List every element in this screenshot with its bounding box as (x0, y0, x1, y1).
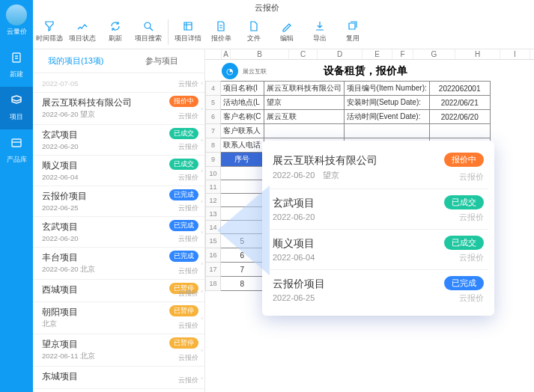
col-head[interactable]: A (222, 49, 231, 59)
project-item[interactable]: 顺义项目2022-06-04已成交云报价› (33, 156, 204, 186)
pop-meta: 2022-06-04 (273, 253, 485, 262)
row-num[interactable]: 9 (206, 153, 221, 167)
toolbar-文件[interactable]: 文件 (237, 20, 270, 43)
project-item[interactable]: 玄武项目2022-06-20已成交云报价› (33, 125, 204, 156)
row-num[interactable]: 5 (206, 96, 221, 110)
window-title: 云报价 (0, 2, 534, 13)
project-app: 云报价 (178, 353, 198, 363)
toolbar-导出[interactable]: 导出 (303, 20, 336, 43)
chevron-right-icon: › (201, 287, 203, 294)
project-item[interactable]: 朝阳项目 北京已暂停云报价› (33, 302, 204, 334)
row-num[interactable]: 4 (206, 82, 221, 96)
pop-badge: 已完成 (444, 276, 484, 290)
popover-item[interactable]: 玄武项目2022-06-20已成交云报价 (268, 189, 488, 230)
project-meta: 2022-06-20 (42, 234, 197, 242)
chevron-right-icon: › (201, 137, 203, 144)
project-item[interactable]: 玄武项目2022-06-20已完成云报价› (33, 217, 204, 248)
chevron-right-icon: › (201, 79, 203, 86)
pop-app: 云报价 (459, 171, 484, 183)
col-head[interactable]: C (289, 49, 318, 59)
toolbar-项目状态[interactable]: 项目状态 (66, 20, 99, 43)
sheet-logo: ◔ (222, 63, 238, 79)
project-panel: 我的项目(13项) 参与项目 2022-07-05云报价›展云互联科技有限公司2… (33, 49, 205, 392)
pop-meta: 2022-06-20 (273, 212, 485, 221)
chevron-right-icon: › (201, 347, 203, 354)
pop-meta: 2022-06-20 望京 (273, 170, 485, 181)
project-item[interactable]: 东城项目云报价› (33, 367, 204, 389)
pop-badge: 报价中 (444, 153, 484, 167)
nav-rail: 云量价 新建 项目 产品库 (0, 0, 33, 392)
col-head[interactable]: G (413, 49, 455, 59)
popover-item[interactable]: 展云互联科技有限公司2022-06-20 望京报价中云报价 (268, 147, 488, 189)
row-num[interactable]: 18 (206, 277, 221, 291)
svg-rect-0 (13, 53, 20, 62)
sheet-header: ◔ 展云互联 设备租赁，报价单 (205, 60, 534, 81)
status-badge: 已暂停 (169, 305, 198, 316)
project-tabs: 我的项目(13项) 参与项目 (33, 49, 204, 73)
nav-product[interactable]: 产品库 (0, 129, 33, 172)
project-list: 2022-07-05云报价›展云互联科技有限公司2022-06-20 望京报价中… (33, 73, 204, 392)
chevron-right-icon: › (201, 315, 203, 322)
popover-item[interactable]: 顺义项目2022-06-04已成交云报价 (268, 230, 488, 270)
chevron-right-icon: › (201, 168, 203, 174)
pop-app: 云报价 (459, 252, 484, 263)
status-badge: 已暂停 (169, 337, 198, 349)
row-num[interactable]: 7 (206, 124, 221, 138)
toolbar-刷新[interactable]: 刷新 (99, 20, 132, 43)
popover-item[interactable]: 云报价项目2022-06-25已完成云报价 (268, 270, 488, 310)
col-head[interactable]: F (392, 49, 413, 59)
row-num[interactable]: 10 (206, 167, 221, 180)
sheet-title: 设备租赁，报价单 (324, 64, 407, 78)
toolbar-报价单[interactable]: 报价单 (204, 20, 237, 43)
tab-mine[interactable]: 我的项目(13项) (33, 49, 119, 73)
col-head[interactable]: H (455, 49, 500, 59)
col-head[interactable]: B (231, 49, 289, 59)
svg-rect-1 (12, 139, 21, 147)
chevron-right-icon: › (201, 260, 203, 267)
project-app: 云报价 (178, 234, 198, 244)
project-meta: 2022-06-04 (42, 173, 197, 181)
toolbar-复用[interactable]: 复用 (336, 20, 369, 43)
toolbar-时间筛选[interactable]: 时间筛选 (33, 20, 66, 43)
row-num[interactable]: 6 (206, 110, 221, 124)
project-item[interactable]: 望京项目2022-06-11 北京已暂停云报价› (33, 334, 204, 367)
pop-meta: 2022-06-25 (273, 293, 485, 302)
chevron-right-icon: › (201, 198, 203, 205)
status-badge: 报价中 (169, 96, 198, 107)
tab-joined[interactable]: 参与项目 (119, 49, 205, 73)
project-app: 云报价 (178, 376, 198, 385)
toolbar-项目详情[interactable]: 项目详情 (172, 20, 204, 43)
nav-project[interactable]: 项目 (0, 87, 33, 129)
project-item[interactable]: 展云互联科技有限公司2022-06-20 望京报价中云报价› (33, 93, 204, 125)
project-app: 云报价 (178, 111, 198, 121)
project-app: 云报价 (178, 289, 198, 298)
status-badge: 已成交 (169, 128, 198, 139)
pop-badge: 已成交 (444, 195, 484, 209)
project-item[interactable]: 云报价项目2022-06-25已完成云报价› (33, 186, 204, 217)
col-head[interactable]: D (318, 49, 362, 59)
popover-arrow (217, 186, 270, 275)
project-meta: 2022-06-20 (42, 142, 197, 150)
chevron-right-icon: › (201, 105, 203, 112)
project-meta: 2022-06-25 (42, 203, 197, 212)
nav-new[interactable]: 新建 (0, 44, 33, 87)
toolbar-编辑[interactable]: 编辑 (270, 20, 303, 43)
toolbar-项目搜索[interactable]: 项目搜索 (132, 20, 165, 43)
project-meta: 北京 (42, 319, 197, 329)
col-head[interactable]: E (362, 49, 392, 59)
popover: 展云互联科技有限公司2022-06-20 望京报价中云报价玄武项目2022-06… (262, 141, 494, 316)
project-meta: 2022-07-05 (42, 79, 197, 88)
status-badge: 已完成 (169, 189, 198, 200)
project-item[interactable]: 2022-07-05云报价› (33, 73, 204, 93)
project-app: 云报价 (178, 321, 198, 331)
project-item[interactable]: 西城项目已暂停云报价› (33, 280, 204, 302)
chevron-right-icon: › (201, 374, 203, 381)
project-app: 云报价 (178, 266, 198, 276)
pop-badge: 已成交 (444, 236, 484, 250)
project-item[interactable]: 丰台项目2022-06-20 北京已完成云报价› (33, 248, 204, 280)
col-head[interactable]: I (500, 49, 530, 59)
row-num[interactable]: 8 (206, 138, 221, 153)
pop-app: 云报价 (459, 212, 484, 223)
toolbar: 时间筛选项目状态刷新项目搜索 项目详情报价单文件编辑导出复用 (33, 15, 534, 49)
toolbar-divider (168, 19, 169, 45)
